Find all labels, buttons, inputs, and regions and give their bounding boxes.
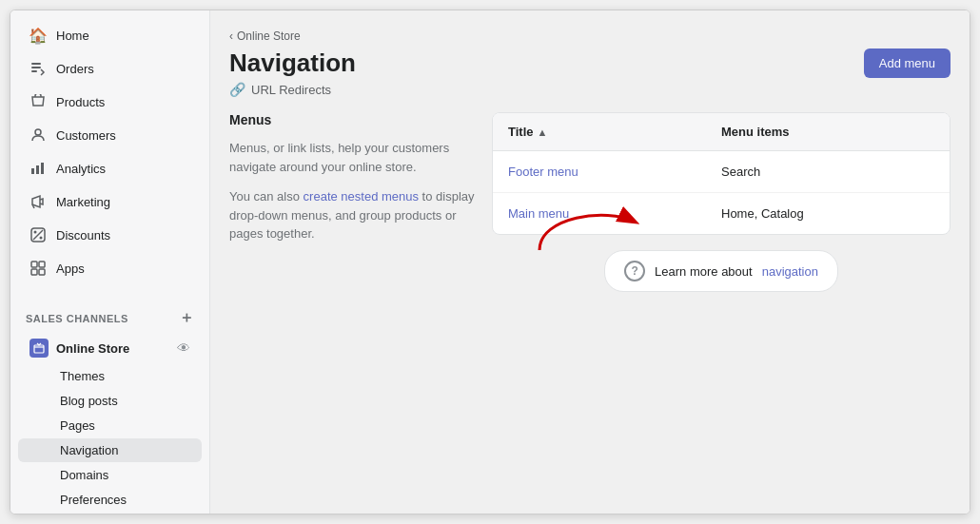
navigation-learn-more-link[interactable]: navigation	[762, 264, 818, 279]
svg-point-8	[40, 237, 43, 240]
title-column-header[interactable]: Title ▲	[508, 125, 721, 139]
sidebar-item-label: Home	[56, 29, 89, 43]
page-title-section: Navigation 🔗 URL Redirects	[229, 49, 356, 97]
themes-link[interactable]: Themes	[18, 364, 202, 388]
orders-icon	[29, 60, 47, 77]
learn-more-box: ? Learn more about navigation	[604, 250, 838, 292]
svg-rect-13	[39, 269, 45, 275]
sidebar-item-label: Marketing	[56, 195, 110, 209]
sidebar-item-products[interactable]: Products	[18, 86, 202, 118]
help-icon: ?	[624, 261, 645, 281]
sidebar-item-marketing[interactable]: Marketing	[18, 185, 202, 218]
menus-heading: Menus	[229, 112, 477, 127]
sidebar-item-label: Products	[56, 95, 105, 109]
main-menu-items-cell: Home, Catalog	[721, 206, 934, 221]
svg-rect-11	[39, 262, 45, 267]
learn-more-section: ? Learn more about navigation	[492, 250, 951, 292]
sidebar-item-label: Analytics	[56, 162, 106, 176]
add-sales-channel-icon[interactable]: ＋	[179, 308, 195, 328]
link-icon: 🔗	[229, 82, 245, 97]
sidebar-item-label: Discounts	[56, 228, 110, 243]
svg-rect-4	[31, 168, 34, 174]
learn-more-text: Learn more about	[655, 264, 753, 279]
products-icon	[29, 93, 47, 110]
marketing-icon	[29, 193, 47, 210]
svg-rect-6	[41, 163, 44, 174]
online-store-icon	[29, 339, 49, 358]
info-panel: Menus Menus, or link lists, help your cu…	[229, 112, 477, 292]
add-menu-button[interactable]: Add menu	[864, 49, 951, 78]
breadcrumb-label: Online Store	[237, 29, 301, 43]
domains-link[interactable]: Domains	[18, 463, 202, 487]
svg-rect-14	[34, 345, 44, 353]
footer-menu-items-cell: Search	[721, 165, 934, 179]
svg-rect-10	[31, 262, 37, 267]
home-icon: 🏠	[29, 27, 47, 44]
svg-rect-5	[36, 165, 39, 174]
eye-icon[interactable]: 👁	[177, 340, 190, 356]
menu-items-column-header: Menu items	[721, 125, 934, 139]
svg-rect-2	[31, 70, 37, 72]
breadcrumb[interactable]: ‹ Online Store	[229, 29, 951, 43]
sidebar-item-label: Customers	[56, 128, 116, 143]
svg-rect-0	[31, 63, 41, 65]
customers-icon	[29, 126, 47, 144]
online-store-subnav: Themes Blog posts Pages Navigation Domai…	[10, 364, 209, 512]
menus-description-1: Menus, or link lists, help your customer…	[229, 139, 477, 176]
content-area: Menus Menus, or link lists, help your cu…	[229, 112, 951, 292]
sidebar-item-label: Orders	[56, 62, 94, 76]
sidebar-item-discounts[interactable]: Discounts	[18, 219, 202, 251]
svg-rect-1	[31, 67, 41, 68]
sidebar-item-analytics[interactable]: Analytics	[18, 152, 202, 184]
main-menu-title-cell: Main menu	[508, 206, 721, 221]
menus-description-2: You can also create nested menus to disp…	[229, 187, 477, 243]
discounts-icon	[29, 226, 47, 243]
analytics-icon	[29, 160, 47, 177]
sidebar-item-label: Apps	[56, 262, 85, 276]
menus-table: Title ▲ Menu items Footer menu Search	[492, 112, 951, 235]
svg-point-7	[34, 231, 37, 234]
sidebar-item-home[interactable]: 🏠 Home	[18, 19, 202, 51]
apps-icon	[29, 260, 47, 277]
sidebar-item-customers[interactable]: Customers	[18, 119, 202, 151]
breadcrumb-arrow-icon: ‹	[229, 29, 233, 43]
url-redirects-link[interactable]: 🔗 URL Redirects	[229, 82, 356, 97]
pages-link[interactable]: Pages	[18, 414, 202, 437]
preferences-link[interactable]: Preferences	[18, 488, 202, 512]
table-header: Title ▲ Menu items	[493, 113, 950, 151]
page-title: Navigation	[229, 49, 356, 78]
table-row: Main menu Home, Catalog	[493, 193, 950, 234]
main-menu-link[interactable]: Main menu	[508, 206, 569, 221]
sales-channels-section: SALES CHANNELS ＋	[10, 301, 209, 332]
url-redirects-label: URL Redirects	[251, 83, 331, 97]
online-store-label: Online Store	[56, 341, 129, 356]
main-content: ‹ Online Store Navigation 🔗 URL Redirect…	[210, 10, 970, 514]
sidebar: 🏠 Home Orders Products Customers	[10, 10, 210, 514]
svg-rect-12	[31, 269, 37, 275]
online-store-item[interactable]: Online Store 👁	[18, 333, 202, 363]
nested-menus-link[interactable]: create nested menus	[304, 189, 419, 204]
page-header: Navigation 🔗 URL Redirects Add menu	[229, 49, 951, 97]
blog-posts-link[interactable]: Blog posts	[18, 389, 202, 413]
navigation-link[interactable]: Navigation	[18, 438, 202, 462]
footer-menu-link[interactable]: Footer menu	[508, 165, 578, 179]
svg-point-3	[35, 129, 41, 135]
footer-menu-title-cell: Footer menu	[508, 165, 721, 179]
sidebar-item-apps[interactable]: Apps	[18, 252, 202, 284]
table-row: Footer menu Search	[493, 151, 950, 193]
sort-icon: ▲	[538, 126, 548, 138]
sidebar-item-orders[interactable]: Orders	[18, 52, 202, 85]
